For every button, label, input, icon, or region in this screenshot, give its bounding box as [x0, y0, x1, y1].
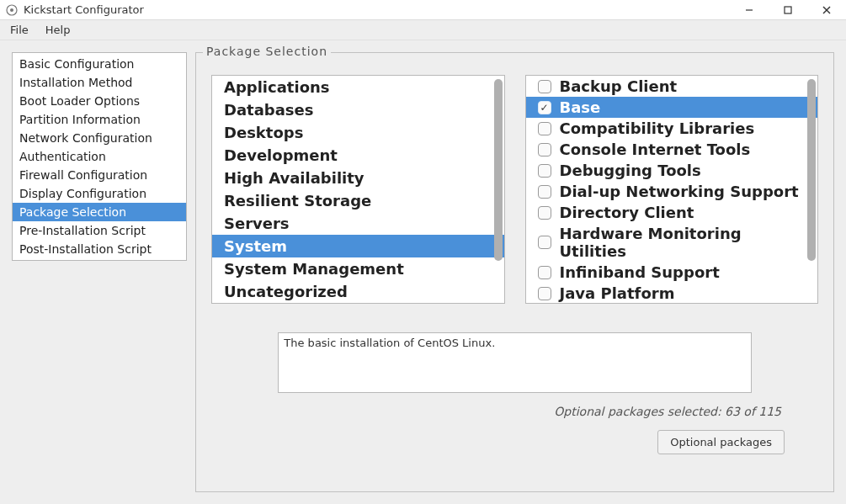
checkbox-icon[interactable]	[538, 80, 551, 93]
optional-packages-button[interactable]: Optional packages	[657, 430, 785, 454]
category-item[interactable]: Uncategorized	[212, 280, 504, 303]
checkbox-icon[interactable]: ✓	[538, 101, 551, 114]
package-label: Compatibility Libraries	[560, 119, 755, 137]
window-controls	[730, 0, 846, 20]
category-scrollbar[interactable]	[494, 79, 503, 261]
package-item[interactable]: Infiniband Support	[526, 262, 818, 283]
titlebar: Kickstart Configurator	[0, 0, 846, 20]
package-scrollbar[interactable]	[807, 79, 816, 261]
sidebar-item-partition-information[interactable]: Partition Information	[13, 110, 186, 129]
category-item[interactable]: Desktops	[212, 121, 504, 144]
description-box: The basic installation of CentOS Linux.	[278, 332, 751, 393]
package-label: Debugging Tools	[560, 162, 701, 179]
package-label: Java Platform	[560, 284, 675, 302]
package-label: Infiniband Support	[560, 263, 720, 281]
svg-rect-3	[785, 7, 791, 13]
package-label: Directory Client	[560, 204, 694, 221]
sidebar-item-installation-method[interactable]: Installation Method	[13, 73, 186, 92]
package-list[interactable]: Backup Client ✓ Base Compatibility Libra…	[525, 75, 819, 304]
package-item[interactable]: ✓ Base	[526, 97, 818, 118]
checkbox-icon[interactable]	[538, 236, 551, 249]
category-item[interactable]: Applications	[212, 76, 504, 98]
sidebar-item-post-installation-script[interactable]: Post-Installation Script	[13, 240, 186, 258]
panel-title: Package Selection	[203, 45, 331, 58]
close-button[interactable]	[807, 0, 846, 20]
maximize-button[interactable]	[769, 0, 807, 20]
package-label: Backup Client	[560, 77, 678, 95]
package-item[interactable]: Java Platform	[526, 283, 818, 304]
sidebar-item-network-configuration[interactable]: Network Configuration	[13, 129, 186, 147]
checkbox-icon[interactable]	[538, 266, 551, 279]
package-item[interactable]: Debugging Tools	[526, 160, 818, 181]
sidebar-item-display-configuration[interactable]: Display Configuration	[13, 184, 186, 203]
category-list[interactable]: Applications Databases Desktops Developm…	[211, 75, 505, 304]
package-item[interactable]: Directory Client	[526, 202, 818, 223]
package-item[interactable]: Compatibility Libraries	[526, 118, 818, 139]
sidebar-item-pre-installation-script[interactable]: Pre-Installation Script	[13, 221, 186, 240]
package-label: Hardware Monitoring Utilities	[560, 225, 810, 260]
sidebar: Basic Configuration Installation Method …	[12, 52, 187, 261]
menu-help[interactable]: Help	[39, 22, 77, 38]
window-title: Kickstart Configurator	[24, 3, 144, 16]
checkbox-icon[interactable]	[538, 206, 551, 220]
optional-status: Optional packages selected: 63 of 115	[211, 405, 818, 418]
category-item[interactable]: Servers	[212, 212, 504, 235]
checkbox-icon[interactable]	[538, 164, 551, 178]
category-item[interactable]: Databases	[212, 98, 504, 121]
sidebar-item-boot-loader-options[interactable]: Boot Loader Options	[13, 92, 186, 110]
package-label: Console Internet Tools	[560, 141, 751, 158]
sidebar-item-package-selection[interactable]: Package Selection	[13, 203, 186, 221]
main-panel: Package Selection Applications Databases…	[195, 52, 834, 492]
sidebar-item-authentication[interactable]: Authentication	[13, 147, 186, 166]
category-item[interactable]: System	[212, 235, 504, 257]
button-row: Optional packages	[211, 430, 818, 454]
package-selection-fieldset: Package Selection Applications Databases…	[195, 52, 834, 492]
package-item[interactable]: Backup Client	[526, 76, 818, 97]
package-item[interactable]: Dial-up Networking Support	[526, 181, 818, 202]
sidebar-item-firewall-configuration[interactable]: Firewall Configuration	[13, 166, 186, 184]
checkbox-icon[interactable]	[538, 143, 551, 157]
category-item[interactable]: System Management	[212, 257, 504, 280]
checkbox-icon[interactable]	[538, 185, 551, 199]
category-item[interactable]: Development	[212, 144, 504, 167]
minimize-button[interactable]	[730, 0, 769, 20]
category-item[interactable]: Resilient Storage	[212, 189, 504, 212]
svg-point-1	[10, 8, 13, 12]
menu-file[interactable]: File	[3, 22, 35, 38]
package-item[interactable]: Hardware Monitoring Utilities	[526, 223, 818, 262]
checkbox-icon[interactable]	[538, 287, 551, 300]
package-item[interactable]: Console Internet Tools	[526, 139, 818, 160]
checkbox-icon[interactable]	[538, 122, 551, 135]
category-item[interactable]: High Availability	[212, 167, 504, 189]
lists-row: Applications Databases Desktops Developm…	[211, 75, 818, 304]
app-icon	[5, 3, 19, 17]
sidebar-item-basic-configuration[interactable]: Basic Configuration	[13, 55, 186, 73]
package-label: Dial-up Networking Support	[560, 183, 799, 200]
menubar: File Help	[0, 20, 846, 40]
content-area: Basic Configuration Installation Method …	[0, 40, 846, 504]
package-label: Base	[560, 98, 601, 116]
